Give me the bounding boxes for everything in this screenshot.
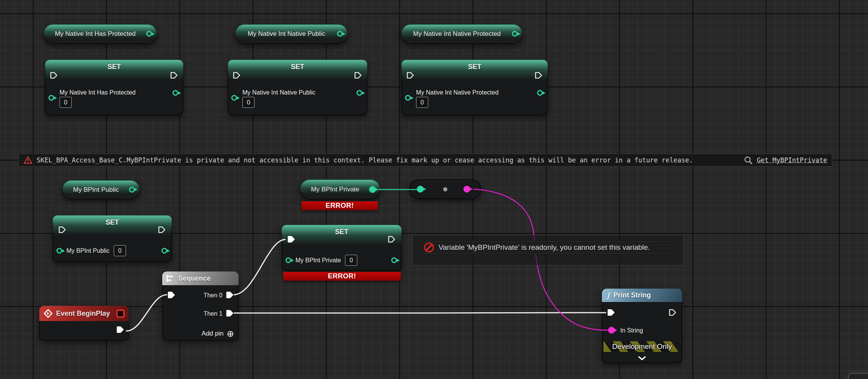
set-header-label: SET — [282, 228, 402, 236]
function-icon: ƒ — [607, 291, 610, 300]
int-output-pin[interactable] — [391, 257, 397, 263]
node-set-my-bpint-public[interactable]: SET My BPInt Public 0 — [53, 215, 172, 262]
exec-output-pin[interactable] — [354, 72, 362, 79]
exec-input-pin[interactable] — [50, 72, 58, 79]
error-banner: ERROR! — [302, 201, 378, 210]
error-banner: ERROR! — [283, 272, 401, 281]
int-output-pin[interactable] — [512, 31, 518, 37]
int-output-pin[interactable] — [161, 248, 167, 254]
exec-output-pin-connected[interactable] — [116, 326, 124, 333]
pin-label-in-string: In String — [620, 327, 643, 334]
set-header-label: SET — [53, 218, 172, 226]
chevron-down-icon[interactable] — [637, 356, 647, 361]
exec-output-pin-then1-connected[interactable] — [226, 310, 234, 317]
set-header-label: SET — [45, 63, 183, 71]
node-title: Sequence — [178, 275, 211, 283]
pin-label-then1: Then 1 — [203, 310, 223, 317]
exec-input-pin[interactable] — [407, 72, 415, 79]
int-input-pin[interactable] — [56, 248, 62, 254]
node-header: ƒ Print String — [602, 289, 682, 302]
node-set-my-native-int-native-protected[interactable]: SET My Native Int Native Protected 0 — [402, 60, 548, 115]
pin-label: My BPInt Public — [66, 247, 110, 254]
development-only-banner: Development Only — [603, 341, 681, 352]
node-title: Event BeginPlay — [56, 310, 113, 318]
node-set-my-native-int-has-protected[interactable]: SET My Native Int Has Protected 0 — [45, 60, 183, 115]
node-sequence[interactable]: Sequence Then 0 Then 1 Add pin ⊕ — [162, 271, 239, 340]
node-title: My Native Int Native Protected — [413, 30, 511, 38]
offscreen-node-corner — [848, 373, 868, 379]
readonly-error-tooltip: Variable 'MyBPIntPrivate' is readonly, y… — [418, 241, 671, 254]
node-event-beginplay[interactable]: Event BeginPlay — [39, 306, 129, 340]
int-output-pin[interactable] — [537, 90, 543, 96]
exec-output-pin-then0-connected[interactable] — [226, 291, 234, 299]
event-diamond-icon — [44, 309, 53, 318]
pin-label: My BPInt Private — [295, 257, 341, 264]
int-value-field[interactable]: 0 — [345, 255, 357, 266]
exec-output-pin[interactable] — [669, 309, 677, 316]
node-get-my-native-int-has-protected[interactable]: My Native Int Has Protected — [43, 24, 157, 44]
wire-exec-then0-to-set[interactable] — [234, 239, 286, 295]
int-value-field[interactable]: 0 — [416, 97, 428, 108]
node-get-my-bpint-private[interactable]: My BPInt Private — [300, 179, 381, 199]
int-output-pin[interactable] — [129, 187, 135, 193]
exec-input-pin-connected[interactable] — [168, 291, 176, 299]
sequence-icon — [166, 275, 175, 282]
search-icon — [744, 156, 753, 165]
tooltip-text: Variable 'MyBPIntPrivate' is readonly, y… — [439, 243, 650, 252]
add-circle-icon: ⊕ — [227, 329, 234, 338]
add-pin-label: Add pin — [202, 330, 224, 337]
exec-input-pin-connected[interactable] — [287, 236, 295, 243]
pin-label: My Native Int Native Protected — [416, 89, 499, 96]
wire-exec-then1-to-printstring[interactable] — [234, 313, 606, 313]
exec-input-pin-connected[interactable] — [607, 309, 615, 316]
int-output-pin[interactable] — [173, 90, 178, 96]
int-value-field[interactable]: 0 — [242, 97, 255, 108]
pin-label-then0: Then 0 — [203, 292, 223, 299]
exec-output-pin[interactable] — [535, 72, 543, 79]
node-print-string[interactable]: ƒ Print String In String Development Onl… — [602, 289, 682, 363]
node-int-to-string-conversion[interactable] — [409, 179, 481, 199]
node-get-my-native-int-native-public[interactable]: My Native Int Native Public — [235, 24, 348, 44]
int-value-field[interactable]: 0 — [114, 245, 126, 256]
node-title: My Native Int Native Public — [248, 30, 335, 38]
string-output-pin-connected[interactable] — [463, 186, 470, 193]
set-header-label: SET — [228, 63, 367, 71]
exec-output-pin[interactable] — [158, 226, 166, 233]
exec-input-pin[interactable] — [233, 72, 241, 79]
node-set-my-native-int-native-public[interactable]: SET My Native Int Native Public 0 — [228, 60, 367, 115]
warning-message: SKEL_BPA_Access_Base_C.MyBPIntPrivate is… — [37, 156, 740, 164]
int-output-pin[interactable] — [337, 31, 343, 37]
int-input-pin[interactable] — [405, 95, 411, 101]
set-header-label: SET — [402, 63, 548, 71]
event-override-icon — [116, 310, 124, 318]
exec-output-pin[interactable] — [388, 236, 396, 243]
int-input-pin[interactable] — [48, 95, 54, 101]
int-input-pin[interactable] — [231, 95, 237, 101]
node-title: My BPInt Private — [311, 186, 369, 193]
exec-output-pin[interactable] — [170, 72, 178, 79]
tooltip-frame: Variable 'MyBPIntPrivate' is readonly, y… — [412, 235, 684, 265]
int-output-pin[interactable] — [357, 90, 362, 96]
int-input-pin[interactable] — [286, 257, 291, 263]
blueprint-graph-canvas[interactable]: My Native Int Has Protected My Native In… — [0, 0, 868, 379]
string-input-pin-connected[interactable] — [608, 327, 615, 334]
warning-triangle-icon — [23, 156, 32, 164]
node-title: My Native Int Has Protected — [55, 30, 146, 38]
add-pin-button[interactable]: Add pin ⊕ — [202, 329, 234, 338]
int-input-pin-connected[interactable] — [417, 186, 424, 193]
exec-input-pin[interactable] — [58, 226, 66, 233]
node-set-my-bpint-private[interactable]: SET My BPInt Private 0 — [282, 225, 402, 271]
fixup-link-get-mybpintprivate[interactable]: Get MyBPIntPrivate — [757, 156, 827, 164]
pin-label: My Native Int Native Public — [242, 89, 315, 96]
int-value-field[interactable]: 0 — [60, 97, 72, 108]
int-output-pin[interactable] — [146, 31, 152, 37]
node-get-my-bpint-public[interactable]: My BPInt Public — [62, 180, 140, 199]
int-output-pin-connected[interactable] — [369, 186, 376, 193]
node-header: Sequence — [162, 271, 239, 285]
pin-label: My Native Int Has Protected — [60, 89, 136, 96]
prohibited-icon — [424, 242, 434, 252]
node-title: Print String — [613, 291, 651, 299]
conversion-dot-icon — [443, 187, 447, 191]
wire-exec-beginplay-to-sequence[interactable] — [126, 295, 167, 331]
node-get-my-native-int-native-protected[interactable]: My Native Int Native Protected — [401, 24, 523, 44]
